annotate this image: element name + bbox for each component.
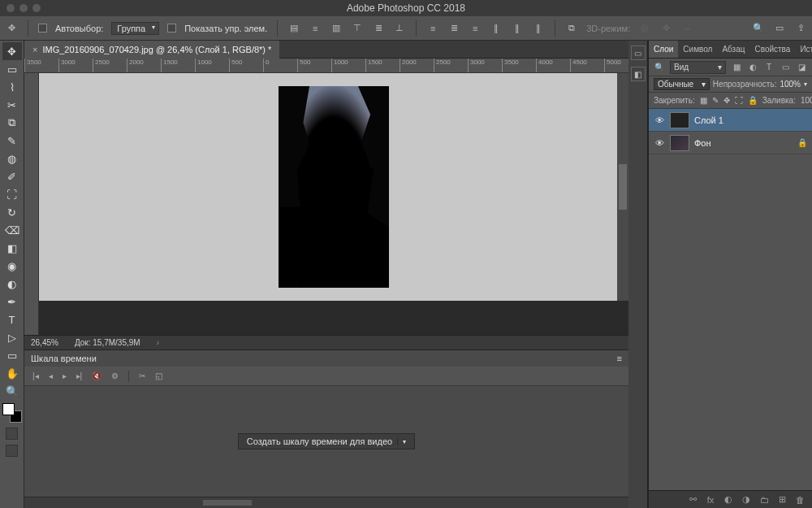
distribute-right-icon[interactable]: ‖: [532, 22, 545, 35]
eraser-tool[interactable]: ⌫: [2, 221, 22, 239]
canvas-area[interactable]: [39, 73, 628, 301]
layer-filter-dropdown[interactable]: Вид ▾: [670, 61, 726, 74]
layer-thumbnail[interactable]: [670, 112, 689, 128]
layer-name[interactable]: Фон: [694, 138, 711, 148]
next-frame-icon[interactable]: ▸|: [76, 371, 83, 380]
new-group-icon[interactable]: 🗀: [758, 495, 770, 505]
align-bottom-icon[interactable]: ⊥: [393, 22, 406, 35]
history-brush-tool[interactable]: ↻: [2, 203, 22, 221]
opacity-value[interactable]: 100%: [780, 80, 801, 89]
dock-panel-1[interactable]: ▭: [631, 46, 646, 60]
move-tool[interactable]: ✥: [2, 42, 22, 60]
distribute-top-icon[interactable]: ≡: [426, 22, 439, 35]
gradient-tool[interactable]: ◧: [2, 239, 22, 257]
split-clip-icon[interactable]: ✂: [139, 371, 145, 380]
close-tab-icon[interactable]: ×: [32, 45, 37, 54]
visibility-toggle-icon[interactable]: 👁: [654, 115, 665, 125]
filter-smart-icon[interactable]: ◪: [796, 62, 807, 73]
pen-tool[interactable]: ✒: [2, 293, 22, 310]
new-layer-icon[interactable]: ⊞: [776, 494, 788, 505]
search-icon[interactable]: 🔍: [654, 62, 665, 73]
panel-tab-Слои[interactable]: Слои: [649, 41, 678, 58]
prev-frame-icon[interactable]: ◂: [49, 371, 53, 380]
visibility-toggle-icon[interactable]: 👁: [654, 138, 665, 148]
zoom-level[interactable]: 26,45%: [31, 338, 58, 347]
document-tab[interactable]: × IMG_20160906_070429.jpg @ 26,4% (Слой …: [24, 41, 279, 59]
status-menu-icon[interactable]: ›: [157, 338, 159, 347]
layer-row[interactable]: 👁Фон🔒: [649, 132, 812, 154]
blur-tool[interactable]: ◉: [2, 257, 22, 275]
layer-mask-icon[interactable]: ◐: [723, 494, 734, 505]
canvas[interactable]: [279, 86, 389, 288]
layer-thumbnail[interactable]: [670, 135, 689, 151]
crop-tool[interactable]: ⧉: [2, 114, 22, 132]
delete-layer-icon[interactable]: 🗑: [794, 495, 806, 505]
quick-select-tool[interactable]: ✂: [2, 96, 22, 114]
filter-pixel-icon[interactable]: ▦: [731, 62, 742, 73]
search-icon[interactable]: 🔍: [752, 22, 765, 35]
close-window-icon[interactable]: [6, 4, 15, 12]
chevron-down-icon[interactable]: ▾: [397, 438, 406, 445]
mute-icon[interactable]: 🔇: [92, 371, 102, 380]
screenmode-toggle[interactable]: [6, 445, 18, 457]
align-vcenter-icon[interactable]: ≣: [372, 22, 385, 35]
minimize-window-icon[interactable]: [19, 4, 28, 12]
distribute-hcenter-icon[interactable]: ‖: [511, 22, 524, 35]
lock-transparent-icon[interactable]: ▦: [700, 96, 707, 105]
foreground-color[interactable]: [2, 403, 15, 415]
transition-icon[interactable]: ◱: [155, 371, 162, 380]
play-icon[interactable]: ▸: [63, 371, 67, 380]
stamp-tool[interactable]: ⛶: [2, 185, 22, 203]
lock-pixels-icon[interactable]: ✎: [712, 96, 719, 105]
panel-tab-Символ[interactable]: Символ: [678, 41, 717, 58]
distribute-left-icon[interactable]: ‖: [490, 22, 503, 35]
dodge-tool[interactable]: ◐: [2, 275, 22, 293]
layer-fx-icon[interactable]: fx: [705, 495, 716, 505]
shape-tool[interactable]: ▭: [2, 346, 22, 364]
vertical-scrollbar[interactable]: [617, 73, 628, 301]
panel-tab-Свойства[interactable]: Свойства: [749, 41, 795, 58]
hand-tool[interactable]: ✋: [2, 364, 22, 382]
marquee-tool[interactable]: ▭: [2, 60, 22, 78]
create-video-timeline-button[interactable]: Создать шкалу времени для видео ▾: [238, 433, 415, 449]
chevron-down-icon[interactable]: ▾: [804, 80, 807, 88]
link-layers-icon[interactable]: ⚯: [687, 494, 698, 505]
filter-adjust-icon[interactable]: ◐: [747, 62, 758, 73]
lock-all-icon[interactable]: 🔒: [748, 96, 758, 105]
distribute-vcenter-icon[interactable]: ≣: [447, 22, 460, 35]
show-controls-checkbox[interactable]: [167, 24, 176, 33]
timeline-settings-icon[interactable]: ⚙: [111, 371, 119, 380]
maximize-window-icon[interactable]: [32, 4, 41, 12]
path-select-tool[interactable]: ▷: [2, 328, 22, 346]
filter-shape-icon[interactable]: ▭: [780, 62, 791, 73]
align-hcenter-icon[interactable]: ≡: [309, 22, 322, 35]
workspace-switcher-icon[interactable]: ▭: [773, 22, 786, 35]
goto-first-frame-icon[interactable]: |◂: [32, 371, 39, 380]
adjustment-layer-icon[interactable]: ◑: [741, 494, 752, 505]
share-icon[interactable]: ⇪: [794, 22, 807, 35]
dock-panel-2[interactable]: ◧: [631, 67, 646, 81]
type-tool[interactable]: T: [2, 310, 22, 328]
quickmask-toggle[interactable]: [6, 428, 18, 440]
brush-tool[interactable]: ✐: [2, 167, 22, 185]
autoselect-checkbox[interactable]: [38, 24, 47, 33]
lasso-tool[interactable]: ⌇: [2, 78, 22, 96]
align-right-icon[interactable]: ▥: [330, 22, 343, 35]
panel-tab-Абзац[interactable]: Абзац: [717, 41, 749, 58]
distribute-bottom-icon[interactable]: ≡: [469, 22, 482, 35]
timeline-menu-icon[interactable]: ≡: [617, 354, 622, 363]
lock-artboard-icon[interactable]: ⛶: [735, 96, 743, 105]
align-top-icon[interactable]: ⊤: [351, 22, 364, 35]
fill-value[interactable]: 100%: [801, 96, 812, 105]
zoom-tool[interactable]: 🔍: [2, 382, 22, 400]
auto-align-icon[interactable]: ⧉: [565, 22, 578, 35]
layer-row[interactable]: 👁Слой 1: [649, 109, 812, 132]
heal-tool[interactable]: ◍: [2, 150, 22, 167]
autoselect-target-dropdown[interactable]: Группа: [111, 22, 159, 35]
blend-mode-dropdown[interactable]: Обычные ▾: [654, 78, 710, 90]
timeline-scrollbar[interactable]: [24, 497, 628, 508]
lock-position-icon[interactable]: ✥: [723, 96, 730, 105]
filter-type-icon[interactable]: T: [763, 62, 775, 73]
align-left-icon[interactable]: ▤: [287, 22, 300, 35]
color-swatch[interactable]: [2, 403, 22, 423]
